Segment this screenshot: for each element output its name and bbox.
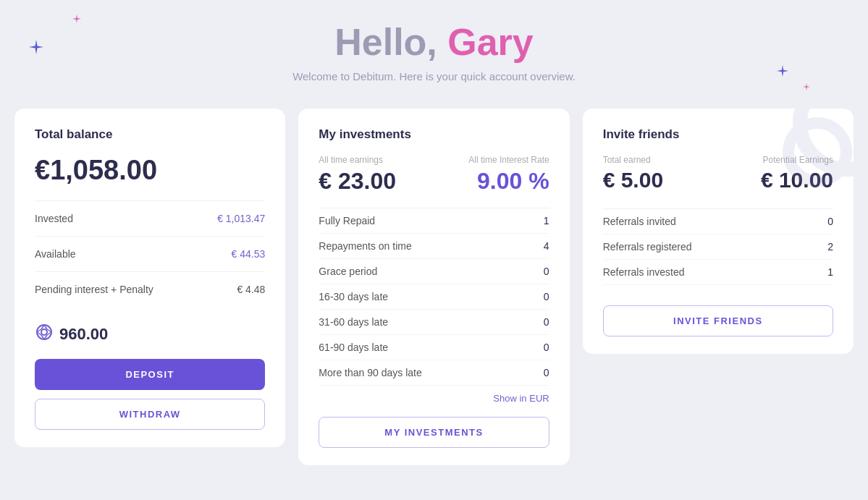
page-wrapper: Hello, Gary Welcome to Debitum. Here is … <box>0 0 868 500</box>
ref-row-count: 0 <box>827 216 833 227</box>
available-row: Available € 44.53 <box>35 242 265 266</box>
inv-row-count: 0 <box>544 342 549 353</box>
earnings-value: € 23.00 <box>319 168 396 195</box>
penalty-label: Pending interest + Penalty <box>35 284 153 295</box>
inv-row-label: Repayments on time <box>319 240 411 252</box>
investment-row: Grace period0 <box>319 259 549 284</box>
total-earned-section: Total earned € 5.00 <box>603 155 718 192</box>
inv-row-label: 16-30 days late <box>319 291 388 302</box>
penalty-value: € 4.48 <box>237 284 265 295</box>
page-title: Hello, Gary <box>14 22 854 63</box>
total-balance-title: Total balance <box>35 127 265 142</box>
deposit-button[interactable]: DEPOSIT <box>35 359 265 390</box>
referral-row: Referrals registered2 <box>603 234 833 260</box>
investment-row: More than 90 days late0 <box>319 360 549 386</box>
token-row: 960.00 <box>35 323 265 346</box>
rate-label: All time Interest Rate <box>468 155 549 165</box>
svg-point-4 <box>37 325 51 339</box>
penalty-row: Pending interest + Penalty € 4.48 <box>35 278 265 301</box>
invested-label: Invested <box>35 213 73 224</box>
inv-row-label: Fully Repaid <box>319 215 375 226</box>
show-eur-link[interactable]: Show in EUR <box>319 393 549 404</box>
earnings-section: All time earnings € 23.00 <box>319 155 396 195</box>
investments-header: All time earnings € 23.00 All time Inter… <box>319 155 549 195</box>
referral-row: Referrals invested1 <box>603 260 833 285</box>
invested-row: Invested € 1,013.47 <box>35 207 265 230</box>
header-section: Hello, Gary Welcome to Debitum. Here is … <box>14 22 854 82</box>
total-earned-label: Total earned <box>603 155 718 165</box>
investment-rows: Fully Repaid1Repayments on time4Grace pe… <box>319 208 549 386</box>
earnings-label: All time earnings <box>319 155 396 165</box>
ref-row-count: 2 <box>827 241 833 253</box>
investments-title: My investments <box>319 127 549 142</box>
inv-row-label: 61-90 days late <box>319 342 388 353</box>
inv-row-count: 4 <box>544 240 549 252</box>
investments-card: My investments All time earnings € 23.00… <box>298 109 569 465</box>
available-value: € 44.53 <box>232 248 266 260</box>
invite-friends-button[interactable]: INVITE FRIENDS <box>603 305 833 336</box>
available-label: Available <box>35 248 76 260</box>
referral-row: Referrals invited0 <box>603 209 833 234</box>
total-balance-amount: €1,058.00 <box>35 155 265 186</box>
inv-row-count: 0 <box>544 291 549 302</box>
investment-row: Fully Repaid1 <box>319 208 549 234</box>
investment-row: 16-30 days late0 <box>319 284 549 310</box>
cards-row: Total balance €1,058.00 Invested € 1,013… <box>14 109 854 465</box>
total-earned-value: € 5.00 <box>603 168 718 192</box>
inv-row-label: 31-60 days late <box>319 316 388 328</box>
total-balance-card: Total balance €1,058.00 Invested € 1,013… <box>14 109 285 447</box>
my-investments-button[interactable]: MY INVESTMENTS <box>319 417 549 448</box>
svg-point-5 <box>41 329 47 335</box>
referral-rows: Referrals invited0Referrals registered2R… <box>603 208 833 285</box>
inv-row-count: 0 <box>544 266 549 277</box>
rate-section: All time Interest Rate 9.00 % <box>468 155 549 195</box>
inv-row-label: More than 90 days late <box>319 367 421 378</box>
welcome-subtitle: Welcome to Debitum. Here is your quick a… <box>14 70 854 82</box>
invested-value: € 1,013.47 <box>217 213 265 224</box>
investment-row: 31-60 days late0 <box>319 310 549 335</box>
sparkle-pink-right <box>803 83 810 90</box>
token-icon <box>35 323 54 346</box>
ref-row-label: Referrals invested <box>603 266 685 278</box>
rate-value: 9.00 % <box>468 168 549 195</box>
invite-friends-card: Invite friends Total earned € 5.00 Poten… <box>583 109 854 354</box>
investment-row: Repayments on time4 <box>319 234 549 259</box>
ref-row-count: 1 <box>827 266 833 278</box>
invite-decoration <box>759 109 854 210</box>
inv-row-label: Grace period <box>319 266 377 277</box>
investment-row: 61-90 days late0 <box>319 335 549 360</box>
ref-row-label: Referrals registered <box>603 241 692 253</box>
inv-row-count: 0 <box>544 367 549 378</box>
hello-static-text: Hello, <box>334 21 447 63</box>
inv-row-count: 1 <box>544 215 549 226</box>
ref-row-label: Referrals invited <box>603 216 676 227</box>
token-amount: 960.00 <box>59 325 108 344</box>
inv-row-count: 0 <box>544 316 549 328</box>
svg-marker-3 <box>803 83 810 90</box>
withdraw-button[interactable]: WITHDRAW <box>35 399 265 430</box>
hello-name-text: Gary <box>447 21 534 63</box>
